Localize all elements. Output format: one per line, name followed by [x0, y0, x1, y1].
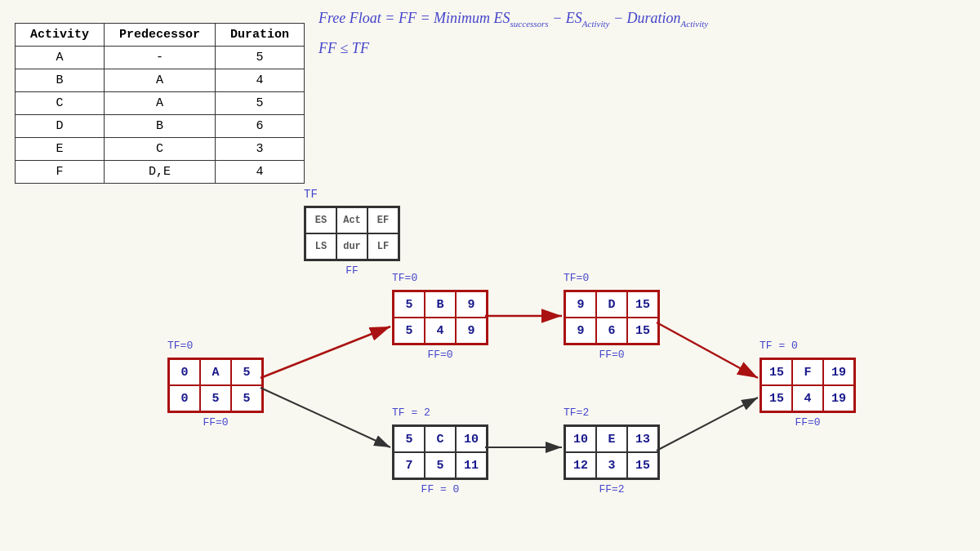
- table-cell: 5: [216, 92, 305, 115]
- table-cell: 4: [216, 69, 305, 92]
- node-B-r1c1: 5: [394, 291, 425, 318]
- node-E-r1c2: E: [596, 426, 627, 452]
- table-cell: C: [16, 92, 105, 115]
- node-D-tf: TF=0: [564, 272, 589, 284]
- node-A-tf: TF=0: [167, 340, 193, 352]
- node-E-grid: 10 E 13 12 3 15: [564, 424, 660, 480]
- table-cell: B: [105, 115, 216, 138]
- legend-act: Act: [336, 207, 368, 233]
- col-header-activity: Activity: [16, 24, 105, 47]
- node-F-r2c2: 4: [792, 385, 823, 411]
- table-cell: C: [105, 138, 216, 161]
- node-E-tf: TF=2: [564, 407, 589, 419]
- table-cell: A: [16, 47, 105, 69]
- node-B-r1c2: B: [425, 291, 456, 318]
- table-cell: A: [105, 92, 216, 115]
- node-B-grid: 5 B 9 5 4 9: [392, 290, 488, 345]
- legend-ls: LS: [305, 233, 336, 260]
- table-cell: 3: [216, 138, 305, 161]
- node-F-r2c1: 15: [761, 385, 792, 411]
- table-row: FD,E4: [16, 161, 305, 184]
- node-D-ff: FF=0: [564, 349, 660, 361]
- arrow-A-to-B: [261, 327, 390, 378]
- node-B-ff: FF=0: [392, 349, 488, 361]
- node-D-r2c2: 6: [596, 318, 627, 344]
- node-F-r1c2: F: [792, 359, 823, 385]
- node-F-r1c3: 19: [823, 359, 854, 385]
- legend-es: ES: [305, 207, 336, 233]
- node-A-ff: FF=0: [167, 416, 264, 429]
- node-F-ff: FF=0: [760, 416, 856, 429]
- legend-grid: ES Act EF LS dur LF: [304, 206, 400, 261]
- arrow-E-to-F: [657, 398, 758, 451]
- node-D-r1c1: 9: [565, 291, 596, 318]
- node-C-r2c2: 5: [425, 452, 456, 478]
- node-B: TF=0 5 B 9 5 4 9 FF=0: [392, 290, 488, 361]
- legend-tf-label: TF: [304, 188, 318, 201]
- node-C-ff: FF = 0: [392, 483, 488, 495]
- node-E-r2c3: 15: [627, 452, 658, 478]
- table-cell: A: [105, 69, 216, 92]
- node-F-r1c1: 15: [761, 359, 792, 385]
- formula-line2: FF ≤ TF: [318, 40, 708, 57]
- node-B-r2c2: 4: [425, 318, 456, 344]
- node-D-r1c3: 15: [627, 291, 658, 318]
- node-C-r2c3: 11: [456, 452, 487, 478]
- node-E-r1c3: 13: [627, 426, 658, 452]
- node-F: TF = 0 15 F 19 15 4 19 FF=0: [760, 358, 856, 429]
- node-B-r2c1: 5: [394, 318, 425, 344]
- legend-node: TF ES Act EF LS dur LF FF: [304, 206, 400, 277]
- node-D: TF=0 9 D 15 9 6 15 FF=0: [564, 290, 660, 361]
- legend-dur: dur: [336, 233, 368, 260]
- node-A-r1c1: 0: [169, 359, 200, 385]
- table-row: BA4: [16, 69, 305, 92]
- table-cell: F: [16, 161, 105, 184]
- node-E-r2c2: 3: [596, 452, 627, 478]
- arrow-D-to-F: [657, 322, 758, 378]
- formula-line1: Free Float = FF = Minimum ESsuccessors −…: [318, 10, 708, 29]
- table-row: EC3: [16, 138, 305, 161]
- table-row: A-5: [16, 47, 305, 69]
- table-row: CA5: [16, 92, 305, 115]
- node-B-tf: TF=0: [392, 272, 417, 284]
- col-header-predecessor: Predecessor: [105, 24, 216, 47]
- legend-ff-label: FF: [304, 264, 400, 277]
- node-C-r2c1: 7: [394, 452, 425, 478]
- col-header-duration: Duration: [216, 24, 305, 47]
- node-F-r2c3: 19: [823, 385, 854, 411]
- table-cell: D,E: [105, 161, 216, 184]
- table-row: DB6: [16, 115, 305, 138]
- node-D-grid: 9 D 15 9 6 15: [564, 290, 660, 345]
- arrow-A-to-C: [261, 388, 390, 447]
- activity-table: Activity Predecessor Duration A-5BA4CA5D…: [15, 23, 305, 184]
- table-cell: -: [105, 47, 216, 69]
- table-cell: B: [16, 69, 105, 92]
- node-E: TF=2 10 E 13 12 3 15 FF=2: [564, 424, 660, 495]
- node-C-r1c1: 5: [394, 426, 425, 452]
- node-A-r1c3: 5: [231, 359, 262, 385]
- node-D-r2c3: 15: [627, 318, 658, 344]
- table-cell: D: [16, 115, 105, 138]
- table-cell: 4: [216, 161, 305, 184]
- table-cell: E: [16, 138, 105, 161]
- node-A-grid: 0 A 5 0 5 5: [167, 358, 264, 413]
- node-C-r1c3: 10: [456, 426, 487, 452]
- node-E-r1c1: 10: [565, 426, 596, 452]
- node-F-tf: TF = 0: [760, 340, 798, 352]
- legend-ef: EF: [368, 207, 399, 233]
- node-E-ff: FF=2: [564, 483, 660, 495]
- node-C-tf: TF = 2: [392, 407, 430, 419]
- node-B-r2c3: 9: [456, 318, 487, 344]
- node-F-grid: 15 F 19 15 4 19: [760, 358, 856, 413]
- node-E-r2c1: 12: [565, 452, 596, 478]
- legend-lf: LF: [368, 233, 399, 260]
- node-A: TF=0 0 A 5 0 5 5 FF=0: [167, 358, 264, 429]
- formula-container: Free Float = FF = Minimum ESsuccessors −…: [318, 10, 708, 57]
- table-cell: 5: [216, 47, 305, 69]
- node-C-r1c2: C: [425, 426, 456, 452]
- node-A-r2c2: 5: [200, 385, 231, 411]
- node-A-r1c2: A: [200, 359, 231, 385]
- node-A-r2c3: 5: [231, 385, 262, 411]
- node-C: TF = 2 5 C 10 7 5 11 FF = 0: [392, 424, 488, 495]
- node-C-grid: 5 C 10 7 5 11: [392, 424, 488, 480]
